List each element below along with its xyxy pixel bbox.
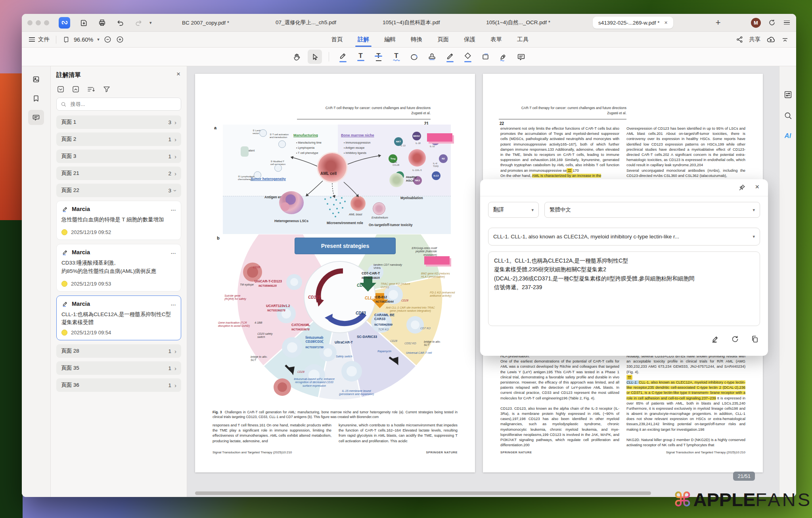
file-menu-icon[interactable] [29,36,35,43]
app-menu-icon[interactable] [784,19,790,26]
menu-forms[interactable]: 表單 [490,33,503,46]
new-tab-button[interactable]: + [712,17,725,28]
filter-icon[interactable] [102,85,111,94]
sort-icon[interactable] [86,85,96,94]
panel-close-icon[interactable]: × [176,70,180,78]
menu-convert[interactable]: 轉換 [410,33,423,46]
ai-assistant-icon[interactable]: AI [785,132,791,140]
menu-pages[interactable]: 頁面 [437,33,450,46]
annotation-card[interactable]: Marcia ... 急性髓性白血病的特徵是 T 細胞的數量增加 2025/12… [56,201,181,240]
translation-result[interactable]: CLL-1。CLL-1,也稱為CLEC12A,是一種髓系抑制性C型 凝集素樣受體… [488,251,760,326]
pdf-page-21[interactable]: CAR-T cell therapy for cancer: current c… [195,74,475,472]
menu-home[interactable]: 首頁 [330,33,343,46]
collapse-toolbar-icon[interactable] [781,36,789,44]
zoom-level-value[interactable]: 96.60% [74,36,93,43]
page-group-row[interactable]: 頁面 35 1› [56,361,181,375]
zoom-in-icon[interactable] [116,35,124,44]
page-group-row[interactable]: 頁面 2 1› [56,132,181,146]
note-annotation-icon[interactable] [567,168,573,173]
page-group-row-expanded[interactable]: 頁面 22 3› [56,184,181,197]
pin-icon[interactable] [738,184,746,193]
scrollbar-thumb[interactable] [195,491,651,495]
color-swatch[interactable] [61,330,67,336]
redo-icon[interactable] [131,17,146,29]
tab-close-icon[interactable]: × [665,19,668,26]
eraser-tool-icon[interactable] [461,50,475,64]
share-label[interactable]: 共享 [749,36,760,43]
card-more-icon[interactable]: ... [171,301,176,307]
search-document-icon[interactable] [783,111,793,120]
page-group-row[interactable]: 頁面 1 3› [56,115,181,129]
card-more-icon[interactable]: ... [171,206,176,212]
highlight-action-icon[interactable] [711,335,720,343]
thumbnails-panel-icon[interactable] [28,72,44,87]
zoom-dropdown-icon[interactable]: ▾ [97,37,100,42]
color-swatch[interactable] [61,281,67,287]
page-group-row[interactable]: 頁面 21 2› [56,167,181,180]
note-tool-icon[interactable] [514,50,529,64]
oval-tool-icon[interactable] [407,50,421,64]
underline-text-tool-icon[interactable]: T [354,50,368,64]
cloud-upload-icon[interactable] [766,35,776,44]
signature-pen-tool-icon[interactable] [496,50,511,64]
sync-icon[interactable] [765,17,779,29]
note-annotation-icon[interactable] [626,375,632,380]
expand-all-icon[interactable] [56,85,65,94]
rectangle-tool-icon[interactable] [479,50,493,64]
copy-icon[interactable] [751,335,759,343]
window-controls[interactable] [27,20,52,25]
tab-document-active[interactable]: s41392-025-...269-w.pdf * × [593,17,673,29]
strikethrough-tool-icon[interactable]: T [372,50,386,64]
pdf-viewport[interactable]: CAR-T cell therapy for cancer: current c… [187,66,779,497]
horizontal-scrollbar[interactable] [192,491,755,496]
annotations-panel-icon[interactable] [28,110,44,125]
zoom-window-button[interactable] [44,20,49,25]
search-box[interactable] [56,98,181,111]
annotation-card[interactable]: Marcia ... CD33:唾液酸殘基刺激, 約85%的急性髓性白血病(AM… [56,244,181,292]
select-tool-icon[interactable] [308,50,322,64]
source-text-select[interactable]: CLL-1. CLL-1, also known as CLEC12A, mye… [488,228,760,246]
color-swatch[interactable] [61,229,67,235]
search-input[interactable] [70,101,177,107]
highlighted-text[interactable]: CLL-1. [626,380,639,384]
pink-highlight-mark[interactable] [427,133,452,142]
hand-tool-icon[interactable] [290,50,304,64]
page-group-row[interactable]: 頁面 36 1› [56,378,181,392]
minimize-window-button[interactable] [36,20,41,25]
popup-close-icon[interactable]: × [755,183,759,191]
tab-document-3[interactable]: 105(1~4)自然科題本.pdf [379,17,444,29]
collapse-all-icon[interactable] [71,85,80,94]
user-avatar[interactable]: M [751,18,761,28]
page-group-row[interactable]: 頁面 28 1› [56,344,181,358]
tab-document-1[interactable]: BC 2007_copy.pdf * [178,17,233,28]
save-icon[interactable] [77,17,91,29]
page-group-row[interactable]: 頁面 3 1› [56,150,181,163]
mode-select[interactable]: 翻譯▾ [488,202,539,218]
menu-annotate[interactable]: 註解 [357,33,370,46]
pencil-tool-icon[interactable] [443,50,457,64]
pink-highlight-mark[interactable] [424,256,450,265]
squiggly-underline-tool-icon[interactable]: T [389,50,404,64]
menu-tools[interactable]: 工具 [516,33,529,46]
tab-document-4[interactable]: 105(1~4)自然..._OCR.pdf * [482,17,554,29]
zoom-out-icon[interactable] [103,35,112,44]
highlighted-text[interactable]: AML is characterized by an increase in t… [532,174,601,178]
undo-icon[interactable] [113,17,127,29]
tab-document-2[interactable]: 07_選修化學上..._ch5.pdf [272,17,340,29]
card-more-icon[interactable]: ... [171,249,176,255]
language-select[interactable]: 繁體中文▾ [544,202,760,218]
highlight-tool-icon[interactable] [336,50,350,64]
close-window-button[interactable] [27,20,33,25]
translate-popup[interactable]: × 翻譯▾ 繁體中文▾ CLL-1. CLL-1, also known as … [480,179,768,356]
menu-protect[interactable]: 保護 [463,33,476,46]
history-dropdown-icon[interactable]: ▾ [149,20,152,25]
menu-edit[interactable]: 編輯 [383,33,396,46]
file-menu-label[interactable]: 文件 [38,36,50,43]
regenerate-icon[interactable] [731,335,739,343]
share-icon[interactable] [736,36,743,43]
bookmarks-panel-icon[interactable] [28,91,44,106]
properties-panel-icon[interactable] [783,90,793,99]
annotation-card-selected[interactable]: Marcia ... CLL-1:也稱為CLEC12A,是一種髓系抑制性C型 凝… [56,295,181,341]
stamp-tool-icon[interactable] [425,50,439,64]
page-fit-icon[interactable] [63,36,70,43]
